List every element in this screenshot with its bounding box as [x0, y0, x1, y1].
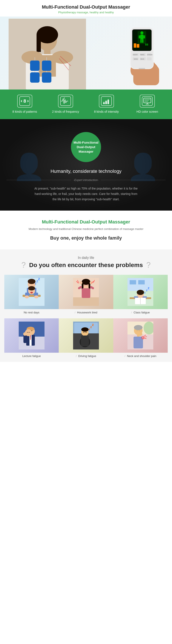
hero-image: 88 ON/OFF TIMING STRONG MODE WEAK	[0, 16, 172, 90]
svg-point-62	[104, 102, 104, 102]
svg-text:z: z	[35, 282, 36, 285]
lecture-svg	[19, 322, 45, 350]
svg-point-99	[79, 281, 82, 284]
svg-text:WEAK: WEAK	[140, 58, 144, 60]
problem-housework	[59, 275, 113, 309]
daily-subtitle: In daily life	[4, 256, 168, 260]
row2-labels: Lecture fatigue / Driving fatigue / Neck…	[4, 353, 168, 362]
problem-image-class: z z z	[113, 275, 168, 309]
svg-point-83	[28, 286, 35, 290]
svg-rect-36	[142, 39, 143, 43]
intensity-label: 8 kinds of intensity	[94, 110, 119, 114]
product-tagline: Buy one, enjoy the whole family	[4, 235, 168, 241]
neck-svg: !	[127, 322, 153, 350]
frequency-label: 2 kinds of frequency	[52, 110, 79, 114]
svg-marker-54	[28, 100, 29, 102]
daily-title: Do you often encounter these problems	[29, 261, 143, 269]
svg-text:z: z	[89, 328, 90, 331]
slash2: /	[131, 311, 132, 314]
product-section: Multi-Functional Dual-Output Massager Mo…	[0, 210, 172, 250]
svg-point-130	[25, 329, 32, 336]
product-title: Multi-Functional Dual-Output Massager	[4, 219, 168, 225]
svg-text:z: z	[92, 323, 94, 326]
bg-silhouettes: 👤 👤	[4, 132, 168, 202]
feature-patterns: 8 8 kinds of patterns	[8, 95, 42, 114]
problem-image-lecture	[4, 318, 59, 353]
svg-rect-32	[140, 34, 143, 39]
svg-point-158	[141, 336, 145, 340]
intensity-icon	[101, 96, 112, 106]
features-section: 8 8 kinds of patterns 2 kinds of frequen…	[0, 90, 172, 119]
svg-point-63	[106, 100, 106, 101]
svg-rect-89	[73, 297, 99, 306]
svg-rect-61	[107, 100, 109, 104]
svg-rect-38	[137, 44, 139, 48]
screen-icon-box	[140, 95, 155, 108]
no-rest-svg: z z z	[19, 278, 45, 306]
patterns-label: 8 kinds of patterns	[13, 110, 37, 114]
svg-text:z: z	[90, 325, 92, 329]
patterns-icon: 8	[19, 96, 30, 106]
svg-rect-60	[105, 101, 107, 104]
problems-grid-row1: z z z	[4, 275, 168, 309]
svg-point-111	[137, 290, 144, 295]
svg-point-94	[84, 284, 85, 286]
problem-image-neck: !	[113, 318, 168, 353]
daily-title-row: ? Do you often encounter these problems …	[4, 260, 168, 270]
svg-rect-35	[140, 39, 142, 43]
svg-text:!: !	[142, 336, 143, 339]
svg-rect-10	[42, 60, 51, 71]
device-in-hand: 88 ON/OFF TIMING STRONG MODE WEAK	[118, 23, 161, 85]
label-neck: / Neck and shoulder pain	[113, 353, 168, 362]
feature-frequency: 2 kinds of frequency	[48, 95, 83, 114]
hero-subtitle: Physiotherapy massage, healthy and healt…	[0, 11, 172, 14]
daily-section: In daily life ? Do you often encounter t…	[0, 250, 172, 362]
svg-point-74	[28, 279, 36, 284]
svg-rect-144	[81, 336, 89, 346]
dark-section: 👤 👤 Multi-Functional Dual-Output Massage…	[0, 119, 172, 211]
svg-rect-9	[30, 60, 40, 71]
housework-svg	[73, 278, 99, 306]
label-driving: / Driving fatigue	[59, 353, 113, 362]
svg-rect-37	[134, 43, 136, 48]
svg-text:z: z	[38, 278, 40, 281]
woman-svg	[9, 19, 86, 90]
question-mark-left: ?	[21, 260, 26, 270]
svg-point-84	[30, 292, 33, 294]
label-lecture: Lecture fatigue	[4, 353, 59, 362]
device-svg: 88 ON/OFF TIMING STRONG MODE WEAK	[118, 23, 161, 85]
svg-text:TIMING: TIMING	[140, 54, 144, 56]
svg-text:z: z	[144, 291, 145, 294]
svg-rect-51	[139, 68, 145, 69]
svg-point-141	[81, 327, 89, 332]
svg-point-31	[140, 31, 143, 34]
label-no-rest: No rest days	[4, 309, 59, 318]
svg-rect-108	[138, 280, 145, 284]
svg-text:STRONG: STRONG	[147, 54, 153, 56]
svg-rect-45	[147, 57, 151, 60]
driving-svg: z z z	[73, 322, 99, 350]
svg-point-80	[25, 296, 29, 298]
row1-labels: No rest days / Housework tired / Class f…	[4, 309, 168, 318]
label-housework: / Housework tired	[59, 309, 113, 318]
svg-text:88: 88	[145, 43, 148, 46]
frequency-icon-box	[58, 95, 73, 108]
svg-text:ON/OFF: ON/OFF	[133, 54, 138, 56]
problem-driving: z z z	[59, 318, 113, 353]
feature-screen: HD color screen	[130, 95, 164, 114]
svg-marker-53	[21, 100, 22, 102]
svg-text:MODE: MODE	[134, 58, 138, 60]
svg-point-81	[34, 296, 39, 298]
problem-lecture	[4, 318, 59, 353]
problem-no-rest: z z z	[4, 275, 59, 309]
feature-intensity: 8 kinds of intensity	[89, 95, 124, 114]
product-desc: Modern technology and traditional Chines…	[4, 227, 168, 232]
svg-rect-128	[24, 334, 27, 343]
woman-figure	[9, 19, 86, 90]
screen-icon	[142, 96, 153, 106]
patterns-icon-box: 8	[17, 95, 32, 108]
problem-neck: !	[113, 318, 168, 353]
hero-title: Multi-Functional Dual-Output Massager	[0, 4, 172, 10]
svg-text:z: z	[146, 288, 147, 292]
problem-class: z z z	[113, 275, 168, 309]
